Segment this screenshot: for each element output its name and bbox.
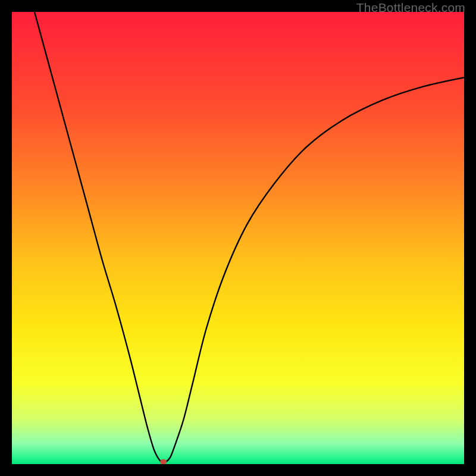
- chart-plot: [12, 12, 464, 464]
- chart-background: [12, 12, 464, 464]
- chart-frame: [12, 12, 464, 464]
